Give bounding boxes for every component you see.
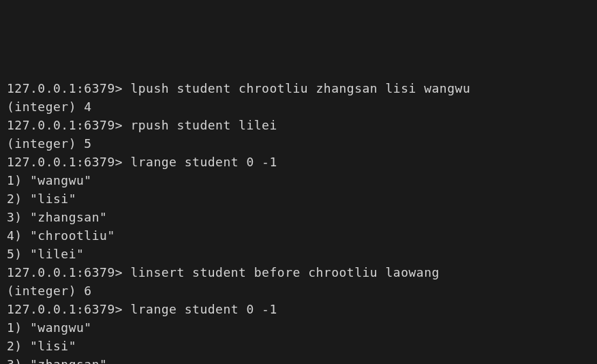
- terminal-output-line: 3) "zhangsan": [7, 208, 590, 226]
- terminal-output-line: 2) "lisi": [7, 337, 590, 355]
- terminal-output-line: 1) "wangwu": [7, 171, 590, 189]
- terminal-output[interactable]: 127.0.0.1:6379> lpush student chrootliu …: [7, 79, 590, 364]
- terminal-command-line: 127.0.0.1:6379> lrange student 0 -1: [7, 153, 590, 171]
- terminal-output-line: 5) "lilei": [7, 245, 590, 263]
- terminal-command-line: 127.0.0.1:6379> lpush student chrootliu …: [7, 79, 590, 97]
- terminal-output-line: 4) "chrootliu": [7, 226, 590, 245]
- terminal-output-line: (integer) 6: [7, 282, 590, 300]
- terminal-output-line: (integer) 4: [7, 97, 590, 116]
- terminal-output-line: 1) "wangwu": [7, 318, 590, 337]
- terminal-command-line: 127.0.0.1:6379> rpush student lilei: [7, 116, 590, 134]
- terminal-output-line: (integer) 5: [7, 134, 590, 153]
- terminal-command-line: 127.0.0.1:6379> linsert student before c…: [7, 263, 590, 282]
- terminal-output-line: 2) "lisi": [7, 189, 590, 208]
- terminal-output-line: 3) "zhangsan": [7, 355, 590, 364]
- terminal-command-line: 127.0.0.1:6379> lrange student 0 -1: [7, 300, 590, 318]
